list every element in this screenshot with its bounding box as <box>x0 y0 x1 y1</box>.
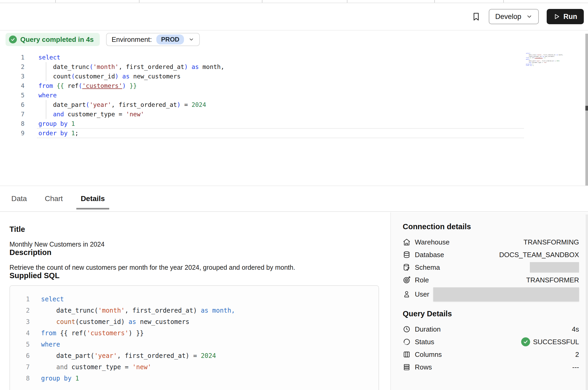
tab-data[interactable]: Data <box>11 194 27 203</box>
code-line[interactable]: 8group by 1 <box>0 119 588 128</box>
code-line[interactable]: 7 and customer_type = 'new' <box>0 109 588 119</box>
details-scrollbar[interactable] <box>586 214 588 390</box>
code-token: 'year' <box>536 60 541 62</box>
code-token: 'customers' <box>82 82 122 89</box>
code-token: date_trunc( <box>41 307 98 314</box>
top-tab-strip <box>0 0 588 3</box>
editor-minimap[interactable]: select date_trunc('month', first_ordered… <box>526 53 555 66</box>
code-token: as <box>122 73 130 80</box>
code-token: where <box>38 92 57 99</box>
code-token: ( <box>71 73 75 80</box>
code-token: new_customers <box>136 318 189 326</box>
description-heading: Description <box>9 248 375 257</box>
query-row-columns: Columns 2 <box>403 348 579 361</box>
connection-row-user: User <box>403 286 579 302</box>
editor-scrollbar[interactable] <box>585 34 588 186</box>
code-line[interactable]: 2 date_trunc('month', first_ordered_at) … <box>0 62 588 72</box>
code-line[interactable]: 1select <box>0 53 588 62</box>
details-main: Title Monthly New Customers in 2024 Desc… <box>0 212 390 390</box>
warehouse-value: TRANSFORMING <box>524 238 579 246</box>
code-token: (customer_id) <box>75 318 128 326</box>
query-row-duration: Duration 4s <box>403 323 579 336</box>
code-line[interactable]: 3 count(customer_id) as new_customers <box>0 72 588 81</box>
role-value: TRANSFORMER <box>526 276 579 284</box>
warehouse-icon <box>403 238 411 246</box>
code-line: 2 date_trunc('month', first_ordered_at) … <box>10 305 378 316</box>
line-number: 9 <box>0 128 24 138</box>
code-token <box>526 62 529 63</box>
code-line: 6 date_part('year', first_ordered_at) = … <box>10 350 378 362</box>
row-label: Schema <box>415 263 440 272</box>
code-token: new_customers <box>544 56 554 57</box>
code-token: {{ <box>57 82 64 89</box>
indent-guide <box>46 62 46 81</box>
rows-value: --- <box>572 363 579 371</box>
code-text: from {{ ref('customers') }} <box>30 328 144 339</box>
toolbar: Develop Run <box>0 3 588 31</box>
code-token: order by <box>38 130 68 137</box>
code-line[interactable]: 6 date_part('year', first_ordered_at) = … <box>0 100 588 109</box>
code-token: count <box>56 318 75 326</box>
run-button[interactable]: Run <box>547 9 584 24</box>
code-line[interactable]: 5where <box>0 91 588 100</box>
line-number: 5 <box>0 91 24 100</box>
code-token: where <box>526 59 530 60</box>
connection-row-schema: Schema <box>403 261 579 274</box>
sql-editor-lines: 1select2 date_trunc('month', first_order… <box>0 53 588 138</box>
code-token <box>126 82 129 89</box>
schema-icon <box>403 263 411 271</box>
code-token: as <box>128 318 136 326</box>
code-text: select <box>30 294 64 305</box>
code-token: 2024 <box>201 352 216 359</box>
environment-selector[interactable]: Environment: PROD <box>106 33 200 46</box>
status-bar: Query completed in 4s Environment: PROD <box>6 33 200 46</box>
code-token: count <box>526 56 532 57</box>
code-token: group by <box>526 63 532 65</box>
code-token: ( <box>89 63 93 70</box>
line-number: 6 <box>0 100 24 109</box>
tab-details[interactable]: Details <box>81 194 105 203</box>
code-token: date_part <box>526 60 535 62</box>
tab-divider <box>347 0 347 3</box>
code-token: , first_ordered_at <box>540 60 554 62</box>
code-token: select <box>41 296 64 303</box>
query-row-rows: Rows --- <box>403 361 579 373</box>
bookmark-button[interactable] <box>471 12 481 21</box>
sql-editor[interactable]: 1select2 date_trunc('month', first_order… <box>0 53 588 138</box>
title-heading: Title <box>9 225 375 234</box>
code-token: 'customers' <box>87 329 128 337</box>
code-token <box>188 63 192 70</box>
code-token: group by <box>41 375 72 382</box>
code-token: 'month' <box>98 307 125 314</box>
code-token: ref <box>64 82 78 89</box>
code-line[interactable]: 9order by 1; <box>0 128 588 138</box>
code-token: customer_type = <box>68 363 132 371</box>
indent-guide <box>46 100 46 119</box>
code-token: 'new' <box>126 111 144 118</box>
line-number: 2 <box>0 62 24 72</box>
connection-details-heading: Connection details <box>403 222 579 231</box>
columns-value: 2 <box>575 351 579 359</box>
code-token: ( <box>78 82 82 89</box>
code-token: }} <box>129 82 137 89</box>
code-token: , first_ordered_at <box>119 63 184 70</box>
tab-chart[interactable]: Chart <box>45 194 63 203</box>
bookmark-icon <box>471 12 481 21</box>
line-number: 4 <box>0 81 24 91</box>
line-number: 3 <box>10 316 30 328</box>
code-token: , first_ordered_at <box>111 101 177 108</box>
chevron-down-icon <box>526 13 532 20</box>
query-details-heading: Query Details <box>403 309 579 318</box>
columns-icon <box>403 351 411 358</box>
editor-scrollbar-thumb[interactable] <box>585 106 588 111</box>
code-token <box>119 73 122 80</box>
code-line[interactable]: 4from {{ ref('customers') }} <box>0 81 588 91</box>
code-token: , first_ordered_at <box>542 54 555 56</box>
success-check-icon <box>521 337 530 346</box>
tab-divider <box>55 0 56 3</box>
develop-dropdown[interactable]: Develop <box>489 9 539 24</box>
code-token: from <box>41 329 56 337</box>
line-number: 4 <box>10 328 30 339</box>
develop-label: Develop <box>495 13 521 21</box>
code-token: ; <box>533 65 534 66</box>
